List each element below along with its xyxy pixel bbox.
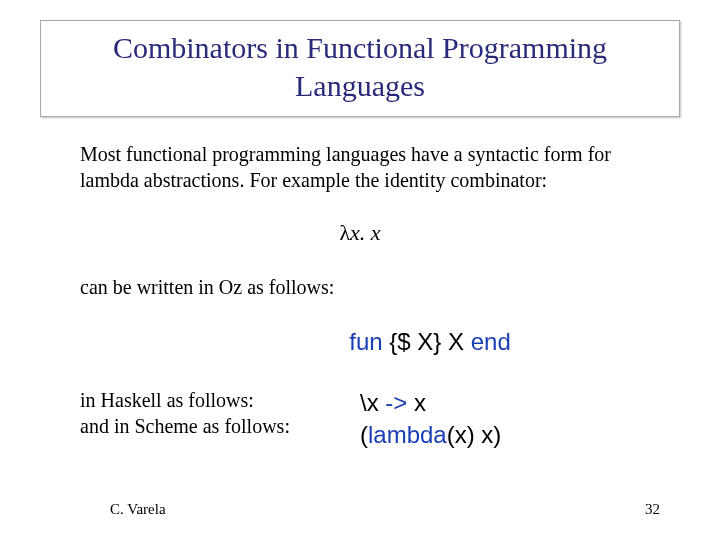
slide-title: Combinators in Functional Programming La…	[61, 29, 659, 104]
footer-author: C. Varela	[110, 501, 166, 518]
oz-body: {$ X} X	[383, 328, 471, 355]
haskell-arrow: ->	[385, 389, 407, 416]
scheme-keyword-lambda: lambda	[368, 421, 447, 448]
scheme-code: (lambda(x) x)	[360, 419, 640, 451]
haskell-label: in Haskell as follows:	[80, 387, 320, 413]
oz-code: fun {$ X} X end	[80, 326, 640, 357]
scheme-rest: (x) x)	[447, 421, 502, 448]
language-examples: in Haskell as follows: and in Scheme as …	[80, 387, 640, 452]
oz-intro-text: can be written in Oz as follows:	[80, 274, 640, 300]
intro-text: Most functional programming languages ha…	[80, 141, 640, 193]
haskell-post: x	[407, 389, 426, 416]
oz-keyword-fun: fun	[349, 328, 382, 355]
slide-footer: C. Varela 32	[0, 501, 720, 518]
lambda-symbol: λ	[339, 220, 350, 245]
lambda-expression: λx. x	[80, 219, 640, 248]
haskell-pre: \x	[360, 389, 385, 416]
scheme-label: and in Scheme as follows:	[80, 413, 320, 439]
haskell-code: \x -> x	[360, 387, 640, 419]
code-column: \x -> x (lambda(x) x)	[360, 387, 640, 452]
scheme-open: (	[360, 421, 368, 448]
lambda-body: x. x	[350, 220, 381, 245]
footer-page: 32	[645, 501, 660, 518]
oz-keyword-end: end	[471, 328, 511, 355]
slide-body: Most functional programming languages ha…	[80, 141, 640, 452]
title-box: Combinators in Functional Programming La…	[40, 20, 680, 117]
labels-column: in Haskell as follows: and in Scheme as …	[80, 387, 320, 452]
